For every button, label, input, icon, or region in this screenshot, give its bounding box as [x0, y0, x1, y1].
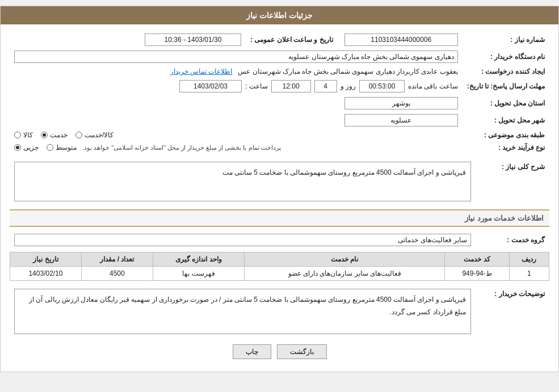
cell-row-num: 1 — [509, 267, 549, 281]
category-radio-2[interactable] — [41, 132, 48, 138]
service-info-title: اطلاعات خدمات مورد نیاز — [10, 209, 549, 227]
deadline-time: 12:00 — [271, 80, 311, 92]
requester-value: دهیاری سهموی شمالی بخش جاه مبارک شهرستان… — [14, 50, 458, 63]
province-label: استان محل تحویل : — [463, 95, 549, 112]
col-date: تاریخ نیاز — [10, 252, 82, 267]
buyer-notes-value: قیرپاشی و اجرای آسفالت 4500 مترمربع روست… — [14, 289, 471, 334]
process-radio-medium[interactable] — [47, 144, 53, 151]
process-label: نوع فرآیند خرید : — [463, 141, 549, 154]
cell-name: فعالیت‌های سایر سازمان‌های دارای عضو — [244, 267, 444, 281]
remaining-time: 00:53:00 — [359, 80, 405, 92]
category-option-3-label: کالا/خدمت — [85, 131, 114, 139]
process-note: پرداخت تمام یا بخشی از مبلغ خریدار از مح… — [82, 144, 281, 151]
description-value: قیرپاشی و اجرای آسفالت 4500 مترمربع روست… — [14, 162, 471, 201]
category-option-3[interactable]: کالا/خدمت — [75, 131, 114, 139]
col-row-num: ردیف — [509, 252, 549, 267]
process-radio-minor[interactable] — [14, 144, 21, 151]
cell-date: 1403/02/10 — [10, 267, 82, 281]
remaining-label: ساعت باقی مانده — [408, 82, 458, 90]
process-option-medium[interactable]: متوسط — [47, 144, 77, 151]
creator-contact-link[interactable]: اطلاعات تماس خریدار — [170, 68, 233, 75]
category-option-1[interactable]: کالا — [14, 131, 33, 139]
cell-unit: فهرست بها — [153, 267, 244, 281]
service-table: ردیف کد خدمت نام خدمت واحد اندازه گیری ت… — [10, 252, 549, 281]
col-name: نام خدمت — [244, 252, 444, 267]
back-button[interactable]: بازگشت — [277, 344, 327, 359]
city-value: عسلویه — [344, 114, 458, 127]
announce-label: تاریخ و ساعت اعلان عمومی : — [246, 31, 338, 48]
category-option-2[interactable]: خدمت — [41, 131, 68, 139]
category-option-1-label: کالا — [23, 131, 33, 139]
requester-label: نام دستگاه خریدار : — [463, 48, 549, 65]
process-option-minor[interactable]: جزیی — [14, 144, 39, 151]
need-number-value: 1103103444000006 — [344, 33, 458, 46]
city-label: شهر محل تحویل : — [463, 112, 549, 129]
category-radio-1[interactable] — [14, 132, 21, 138]
day-label: روز و — [341, 82, 356, 90]
deadline-label: مهلت ارسال پاسخ: تا تاریخ: — [463, 78, 549, 95]
service-group-value: سایر فعالیت‌های خدماتی — [14, 234, 471, 246]
announce-value: 1403/01/30 - 10:36 — [145, 33, 241, 46]
process-medium-label: متوسط — [56, 144, 77, 151]
cell-code: ط-94-949 — [445, 267, 509, 281]
deadline-days: 4 — [314, 80, 337, 92]
service-group-label: گروه خدمت : — [476, 231, 549, 248]
time-label: ساعت : — [245, 82, 268, 90]
creator-label: ایجاد کننده درخواست : — [463, 65, 549, 78]
col-quantity: تعداد / مقدار — [81, 252, 153, 267]
process-minor-label: جزیی — [23, 144, 39, 151]
province-value: بوشهر — [344, 97, 458, 109]
col-code: کد خدمت — [445, 252, 509, 267]
page-header: جزئیات اطلاعات نیاز — [1, 6, 558, 24]
need-number-label: شماره نیاز : — [463, 31, 549, 48]
creator-value: یعقوب عابدی کاربرداز دهیاری سهموی شمالی … — [238, 68, 457, 75]
print-button[interactable]: چاپ — [233, 344, 271, 359]
header-title: جزئیات اطلاعات نیاز — [246, 11, 313, 20]
table-row: 1 ط-94-949 فعالیت‌های سایر سازمان‌های دا… — [10, 267, 549, 281]
col-unit: واحد اندازه گیری — [153, 252, 244, 267]
category-label: طبقه بندی موضوعی : — [463, 129, 549, 141]
button-group: بازگشت چاپ — [10, 344, 549, 359]
deadline-date: 1403/02/03 — [179, 80, 242, 92]
buyer-notes-label: توضیحات خریدار : — [476, 286, 549, 336]
category-option-2-label: خدمت — [50, 131, 68, 139]
cell-quantity: 4500 — [81, 267, 153, 281]
category-radio-3[interactable] — [75, 132, 82, 138]
description-label: شرح کلی نیاز : — [476, 159, 549, 204]
